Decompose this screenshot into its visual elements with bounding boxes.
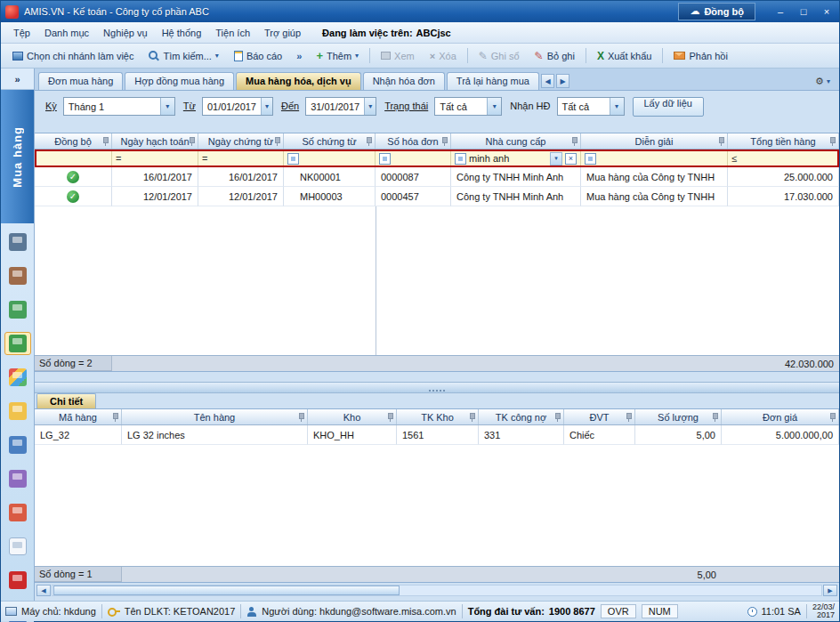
menu-operations[interactable]: Nghiệp vụ	[96, 24, 155, 42]
tab-purchase-goods-services[interactable]: Mua hàng hóa, dịch vụ	[236, 72, 361, 90]
tab-purchase-order[interactable]: Đơn mua hàng	[38, 72, 123, 90]
sidebar-item-fixed-asset[interactable]	[4, 501, 31, 524]
pin-icon[interactable]	[829, 413, 836, 422]
column-header-posting-date[interactable]: Ngày hạch toán	[112, 133, 198, 149]
maximize-button[interactable]: □	[795, 4, 812, 20]
export-button[interactable]: X Xuất khẩu	[591, 47, 658, 65]
tab-scroll-right-button[interactable]: ▶	[556, 74, 569, 88]
chevron-down-icon[interactable]: ▾	[487, 98, 501, 115]
pin-icon[interactable]	[469, 413, 476, 422]
filter-cell-doc-no[interactable]	[284, 149, 376, 167]
to-date-input[interactable]: 31/01/2017 ▾	[305, 97, 376, 116]
column-header-invoice-no[interactable]: Số hóa đơn	[376, 133, 451, 149]
match-case-icon[interactable]	[585, 153, 596, 165]
sidebar-expand-button[interactable]: »	[1, 69, 34, 90]
invoice-received-select[interactable]: Tất cả ▾	[557, 97, 625, 116]
menu-catalog[interactable]: Danh mục	[37, 24, 96, 42]
pin-icon[interactable]	[626, 413, 633, 422]
pin-icon[interactable]	[554, 413, 561, 422]
table-row[interactable]: ✓ 16/01/2017 16/01/2017 NK00001 0000087 …	[35, 167, 839, 187]
column-header-stock-account[interactable]: TK Kho	[397, 409, 479, 424]
tab-scroll-left-button[interactable]: ◀	[541, 74, 554, 88]
filter-cell-amount[interactable]: ≤	[728, 149, 839, 167]
column-header-unit-price[interactable]: Đơn giá	[722, 409, 839, 424]
chevron-down-icon[interactable]: ▾	[550, 152, 562, 166]
chevron-down-icon[interactable]: ▾	[261, 98, 272, 115]
minimize-button[interactable]: –	[771, 4, 789, 20]
horizontal-scrollbar[interactable]: ◀ ▶	[35, 583, 839, 598]
pin-icon[interactable]	[441, 137, 448, 146]
pin-icon[interactable]	[829, 137, 836, 146]
column-header-item-code[interactable]: Mã hàng	[35, 409, 122, 424]
sidebar-item-bank[interactable]	[4, 433, 31, 456]
sidebar-item-cabinet[interactable]	[4, 264, 31, 287]
column-header-total-amount[interactable]: Tổng tiền hàng	[728, 133, 839, 149]
menu-help[interactable]: Trợ giúp	[257, 24, 308, 42]
detail-table-row[interactable]: LG_32 LG 32 inches KHO_HH 1561 331 Chiếc…	[35, 425, 839, 445]
menu-file[interactable]: Tệp	[6, 24, 37, 42]
pane-splitter[interactable]	[35, 382, 839, 393]
tab-purchase-return[interactable]: Trả lại hàng mua	[447, 72, 539, 90]
feedback-button[interactable]: Phản hồi	[667, 48, 733, 64]
match-case-icon[interactable]	[287, 153, 299, 165]
view-button[interactable]: Xem	[375, 48, 421, 64]
load-data-button[interactable]: Lấy dữ liệu	[633, 97, 704, 117]
period-select[interactable]: Tháng 1 ▾	[63, 97, 175, 116]
add-button[interactable]: + Thêm ▾	[310, 48, 365, 64]
column-header-supplier[interactable]: Nhà cung cấp	[451, 133, 581, 149]
scroll-right-button[interactable]: ▶	[823, 585, 837, 596]
chevron-down-icon[interactable]: ▾	[364, 98, 376, 115]
filter-cell-posting-date[interactable]: =	[112, 149, 198, 167]
status-select[interactable]: Tất cả ▾	[434, 97, 502, 116]
sidebar-item-documents[interactable]	[4, 535, 31, 558]
pin-icon[interactable]	[712, 413, 719, 422]
column-header-payable-account[interactable]: TK công nợ	[479, 409, 564, 424]
sidebar-item-inventory[interactable]	[4, 366, 31, 389]
toolbar-overflow-icon[interactable]: »	[291, 51, 307, 61]
filter-cell-supplier[interactable]: minh anh ▾ ×	[451, 149, 581, 167]
column-header-sync[interactable]: Đồng bộ	[35, 133, 112, 149]
frozen-pane-divider[interactable]	[376, 206, 376, 355]
delete-button[interactable]: × Xóa	[424, 48, 463, 64]
clear-filter-icon[interactable]: ×	[565, 153, 577, 165]
scroll-left-button[interactable]: ◀	[36, 585, 51, 596]
tab-receive-invoice[interactable]: Nhận hóa đơn	[363, 72, 445, 90]
match-case-icon[interactable]	[455, 153, 466, 165]
select-branch-button[interactable]: Chọn chi nhánh làm việc	[6, 48, 140, 64]
scrollbar-track[interactable]	[52, 585, 822, 596]
chevron-down-icon[interactable]: ▾	[610, 98, 624, 115]
search-button[interactable]: Tìm kiếm... ▾	[142, 48, 224, 64]
chevron-down-icon[interactable]: ▾	[160, 98, 174, 115]
filter-cell-description[interactable]	[581, 149, 728, 167]
sidebar-item-folder[interactable]	[4, 400, 31, 423]
pin-icon[interactable]	[112, 413, 119, 422]
table-row[interactable]: ✓ 12/01/2017 12/01/2017 MH00003 0000457 …	[35, 187, 839, 206]
column-header-warehouse[interactable]: Kho	[308, 409, 397, 424]
sidebar-item-cash[interactable]	[4, 298, 31, 321]
sidebar-item-einvoice[interactable]	[4, 569, 31, 592]
filter-cell-sync[interactable]	[35, 149, 112, 167]
post-button[interactable]: ✎ Ghi sổ	[472, 48, 526, 64]
pin-icon[interactable]	[102, 137, 109, 146]
report-button[interactable]: Báo cáo	[228, 48, 288, 64]
pin-icon[interactable]	[571, 137, 578, 146]
sidebar-item-edit[interactable]	[4, 467, 31, 490]
tab-detail[interactable]: Chi tiết	[36, 393, 96, 408]
pin-icon[interactable]	[718, 137, 725, 146]
sidebar-item-purchase[interactable]	[4, 332, 31, 355]
supplier-filter-text[interactable]: minh anh	[469, 153, 509, 164]
unpost-button[interactable]: ✎ Bỏ ghi	[529, 48, 581, 64]
tab-settings-button[interactable]: ⚙ ▾	[810, 75, 836, 88]
scrollbar-thumb[interactable]	[53, 586, 400, 595]
filter-cell-invoice-no[interactable]	[376, 149, 451, 167]
column-header-doc-no[interactable]: Số chứng từ	[284, 133, 376, 149]
column-header-item-name[interactable]: Tên hàng	[122, 409, 308, 424]
column-header-quantity[interactable]: Số lượng	[635, 409, 722, 424]
pin-icon[interactable]	[366, 137, 373, 146]
column-header-unit[interactable]: ĐVT	[564, 409, 635, 424]
tab-purchase-contract[interactable]: Hợp đồng mua hàng	[125, 72, 234, 90]
column-header-description[interactable]: Diễn giải	[581, 133, 728, 149]
pin-icon[interactable]	[387, 413, 394, 422]
sidebar-item-desktop[interactable]	[4, 230, 31, 254]
pin-icon[interactable]	[298, 413, 305, 422]
